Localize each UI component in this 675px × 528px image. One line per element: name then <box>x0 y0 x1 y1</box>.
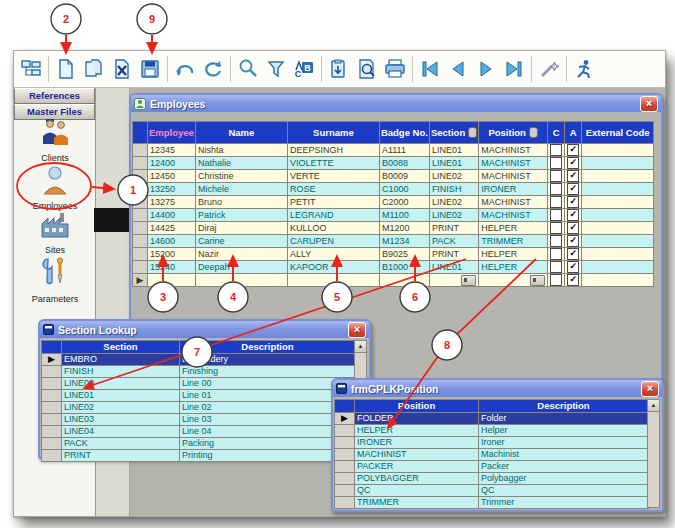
lookup-row[interactable]: ▶FOLDERFolder <box>335 413 649 425</box>
column-header-name[interactable]: Name <box>195 122 287 144</box>
employee-row[interactable]: 15240DeepahKAPOORB1000LINE01HELPER✓ <box>133 261 654 274</box>
new-record-button[interactable] <box>52 55 80 83</box>
checkbox-checked[interactable]: ✓ <box>567 170 579 182</box>
employee-row[interactable]: 14600CarineCARUPENM1234PACKTRIMMER✓ <box>133 235 654 248</box>
checkbox-checked[interactable]: ✓ <box>567 209 579 221</box>
checkbox-checked[interactable]: ✓ <box>567 222 579 234</box>
scroll-up-icon[interactable]: ▲ <box>355 341 366 353</box>
section-lookup-titlebar[interactable]: Section Lookup × <box>40 321 369 338</box>
column-header-c[interactable]: C <box>548 122 565 144</box>
row-selector[interactable] <box>133 196 148 209</box>
column-header-employee[interactable]: Employee <box>148 122 196 144</box>
employee-row[interactable]: 12345NishtaDEEPSINGHA1111LINE01MACHINIST… <box>133 144 654 157</box>
row-selector[interactable] <box>133 170 148 183</box>
print-preview-button[interactable] <box>353 55 381 83</box>
checkbox-unchecked[interactable] <box>550 170 562 182</box>
employee-row[interactable]: 15200NazirALLYB9025PRINTHELPER✓ <box>133 248 654 261</box>
checkbox-checked[interactable]: ✓ <box>567 248 579 260</box>
tree-view-button[interactable] <box>17 55 45 83</box>
employee-new-row[interactable]: ▶✓ <box>133 274 654 287</box>
lookup-row[interactable]: LINE00Line 00 <box>42 378 356 390</box>
lookup-row[interactable]: PACKERPacker <box>335 461 649 473</box>
lookup-row[interactable]: LINE01Line 01 <box>42 390 356 402</box>
checkbox-unchecked[interactable] <box>550 261 562 273</box>
checkbox-checked[interactable]: ✓ <box>567 183 579 195</box>
checkbox-checked[interactable]: ✓ <box>567 144 579 156</box>
spell-abc-button[interactable]: BC <box>290 55 318 83</box>
row-selector[interactable] <box>42 390 62 402</box>
checkbox-unchecked[interactable] <box>550 144 562 156</box>
row-selector[interactable] <box>133 183 148 196</box>
checkbox-unchecked[interactable] <box>550 209 562 221</box>
checkbox-checked[interactable]: ✓ <box>567 157 579 169</box>
vertical-scrollbar[interactable]: ▲ <box>647 399 660 508</box>
row-selector[interactable] <box>335 437 355 449</box>
exit-button[interactable] <box>570 55 598 83</box>
column-header-description[interactable]: Description <box>479 400 649 413</box>
lookup-row[interactable]: ▶EMBROEmbroidery <box>42 354 356 366</box>
checkbox-checked[interactable]: ✓ <box>567 196 579 208</box>
lookup-row[interactable]: POLYBAGGERPolybagger <box>335 473 649 485</box>
lookup-row[interactable]: QCQC <box>335 485 649 497</box>
checkbox-unchecked[interactable] <box>550 222 562 234</box>
row-selector[interactable] <box>133 235 148 248</box>
column-header-external-code[interactable]: External Code <box>582 122 654 144</box>
current-row-pointer[interactable]: ▶ <box>42 354 62 366</box>
next-record-button[interactable] <box>472 55 500 83</box>
save-record-button[interactable] <box>136 55 164 83</box>
checkbox-unchecked[interactable] <box>550 248 562 260</box>
column-header-surname[interactable]: Surname <box>287 122 379 144</box>
row-selector[interactable] <box>335 425 355 437</box>
row-selector[interactable] <box>133 222 148 235</box>
checkbox-unchecked[interactable] <box>550 196 562 208</box>
sidebar-item-employees[interactable]: Employees <box>14 164 96 211</box>
refresh-button[interactable] <box>199 55 227 83</box>
wizard-button[interactable] <box>535 55 563 83</box>
employee-row[interactable]: 12450ChristineVERTEB0009LINE02MACHINIST✓ <box>133 170 654 183</box>
row-selector[interactable] <box>335 473 355 485</box>
column-header-position[interactable]: Position <box>479 122 548 144</box>
print-button[interactable] <box>381 55 409 83</box>
sidebar-item-sites[interactable]: Sites <box>14 210 96 255</box>
close-icon[interactable]: × <box>348 322 366 338</box>
lookup-row[interactable]: IRONERIroner <box>335 437 649 449</box>
employee-row[interactable]: 12400NathalieVIOLETTEB0088LINE01MACHINIS… <box>133 157 654 170</box>
column-header-section[interactable]: Section <box>429 122 478 144</box>
employees-window-titlebar[interactable]: Employees × <box>131 95 661 112</box>
undo-button[interactable] <box>171 55 199 83</box>
row-selector[interactable] <box>133 157 148 170</box>
close-icon[interactable]: × <box>640 96 658 112</box>
last-record-button[interactable] <box>500 55 528 83</box>
sidebar-item-clients[interactable]: Clients <box>14 116 96 163</box>
filter-button[interactable] <box>262 55 290 83</box>
current-row-pointer[interactable]: ▶ <box>335 413 355 425</box>
close-icon[interactable]: × <box>641 381 659 397</box>
column-header-section[interactable]: Section <box>62 341 180 354</box>
lookup-row[interactable]: LINE04Line 04 <box>42 426 356 438</box>
checkbox-unchecked[interactable] <box>550 274 562 286</box>
lookup-row[interactable]: HELPERHelper <box>335 425 649 437</box>
lookup-row[interactable]: LINE03Line 03 <box>42 414 356 426</box>
row-selector[interactable] <box>42 378 62 390</box>
employee-row[interactable]: 14400PatrickLEGRANDM1100LINE02MACHINIST✓ <box>133 209 654 222</box>
row-selector[interactable] <box>335 497 355 509</box>
lookup-row[interactable]: TRIMMERTrimmer <box>335 497 649 509</box>
row-selector[interactable] <box>42 450 62 462</box>
row-selector[interactable] <box>335 485 355 497</box>
copy-record-button[interactable] <box>80 55 108 83</box>
row-selector[interactable] <box>133 209 148 222</box>
lookup-row[interactable]: MACHINISTMachinist <box>335 449 649 461</box>
column-header-a[interactable]: A <box>565 122 582 144</box>
checkbox-checked[interactable]: ✓ <box>567 261 579 273</box>
export-button[interactable] <box>325 55 353 83</box>
column-header-badge[interactable]: Badge No. <box>379 122 429 144</box>
lookup-row[interactable]: FINISHFinishing <box>42 366 356 378</box>
checkbox-unchecked[interactable] <box>550 157 562 169</box>
search-button[interactable] <box>234 55 262 83</box>
row-selector[interactable] <box>133 248 148 261</box>
row-selector[interactable] <box>42 414 62 426</box>
previous-record-button[interactable] <box>444 55 472 83</box>
lookup-row[interactable]: PACKPacking <box>42 438 356 450</box>
row-selector[interactable] <box>133 261 148 274</box>
position-lookup-titlebar[interactable]: frmGPLKPosition × <box>333 380 662 397</box>
